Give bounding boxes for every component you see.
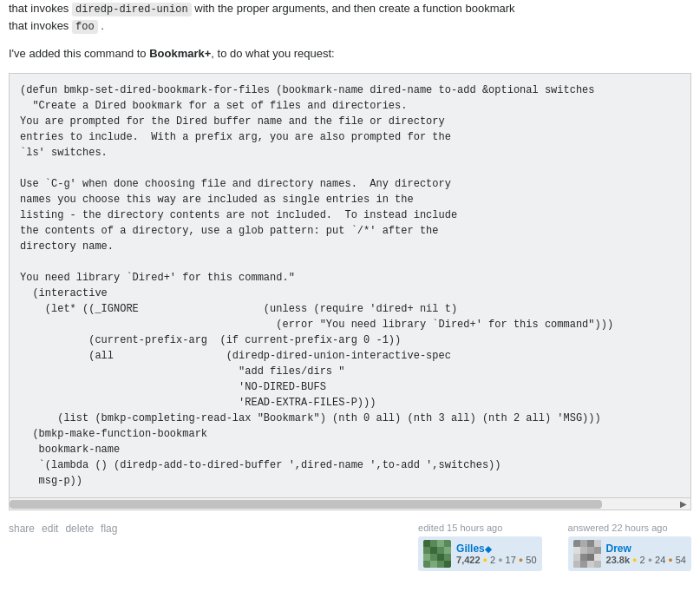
svg-rect-14 [573, 554, 580, 561]
drew-avatar [573, 540, 601, 568]
svg-rect-18 [573, 547, 580, 554]
gilles-avatar-img [423, 540, 451, 568]
svg-rect-17 [594, 561, 601, 568]
svg-rect-11 [587, 540, 594, 547]
flag-link[interactable]: flag [101, 523, 117, 535]
svg-rect-23 [580, 540, 587, 547]
intro-text-part3: that invokes [9, 19, 69, 32]
svg-rect-4 [444, 561, 451, 568]
action-links-group: share edit delete flag [9, 523, 117, 535]
svg-rect-24 [573, 561, 580, 568]
code-scroll-area[interactable]: (defun bmkp-set-dired-bookmark-for-files… [10, 74, 690, 497]
gilles-user-info: Gilles◆ 7,422 ● 2 ● 17 ● 50 [456, 543, 536, 565]
drew-avatar-svg [573, 540, 601, 568]
drew-rep: 23.8k ● 2 ● 24 ● 54 [606, 555, 686, 565]
svg-rect-22 [594, 554, 601, 561]
inline-code-1: diredp-dired-union [72, 3, 192, 16]
gilles-name-text: Gilles [456, 543, 485, 555]
svg-rect-6 [423, 554, 430, 561]
gilles-gold-dot: ● [483, 556, 487, 564]
edit-link[interactable]: edit [42, 523, 58, 535]
meta-right-group: edited 15 hours ago [418, 523, 691, 571]
svg-rect-12 [580, 547, 587, 554]
gilles-user-card: Gilles◆ 7,422 ● 2 ● 17 ● 50 [418, 536, 541, 571]
drew-silver-count: 24 [655, 555, 665, 565]
gilles-silver-dot: ● [498, 556, 502, 564]
drew-name[interactable]: Drew [606, 543, 686, 555]
svg-rect-16 [580, 561, 587, 568]
gilles-avatar-svg [423, 540, 451, 568]
scrollbar-thumb[interactable] [10, 500, 602, 509]
svg-rect-19 [594, 540, 601, 547]
svg-rect-15 [587, 554, 594, 561]
inline-code-2: foo [72, 20, 98, 34]
drew-bronze-dot: ● [668, 556, 672, 564]
intro-text-part4: . [101, 19, 104, 32]
svg-rect-5 [437, 540, 444, 547]
gilles-avatar [423, 540, 451, 568]
gilles-bronze-count: 50 [526, 555, 536, 565]
gilles-rep-score: 7,422 [456, 555, 481, 565]
intro-p2-bold: Bookmark+ [149, 47, 211, 60]
intro-text-part1: that invokes [9, 2, 69, 15]
page-wrapper: that invokes diredp-dired-union with the… [0, 0, 700, 605]
intro-paragraph-2: I've added this command to Bookmark+, to… [9, 45, 691, 62]
edited-time-label: edited 15 hours ago [418, 523, 502, 533]
gilles-bronze-dot: ● [519, 556, 523, 564]
intro-text-part2: with the proper arguments, and then crea… [194, 2, 514, 15]
drew-gold-count: 2 [640, 555, 645, 565]
drew-user-card: Drew 23.8k ● 2 ● 24 ● 54 [568, 536, 691, 571]
answered-time: 22 hours ago [612, 523, 667, 533]
svg-rect-1 [423, 540, 430, 547]
action-bar: share edit delete flag edited 15 hours a… [9, 519, 691, 575]
drew-user-info: Drew 23.8k ● 2 ● 24 ● 54 [606, 543, 686, 565]
gilles-name[interactable]: Gilles◆ [456, 543, 536, 555]
gilles-diamond: ◆ [485, 544, 492, 554]
code-content: (defun bmkp-set-dired-bookmark-for-files… [10, 74, 690, 497]
drew-rep-score: 23.8k [606, 555, 631, 565]
svg-rect-10 [573, 540, 580, 547]
intro-p2-part1: I've added this command to [9, 47, 149, 60]
gilles-gold-count: 2 [490, 555, 495, 565]
content-area: that invokes diredp-dired-union with the… [0, 0, 700, 583]
svg-rect-7 [444, 547, 451, 554]
answered-prefix: answered [568, 523, 610, 533]
svg-rect-13 [594, 547, 601, 554]
svg-rect-8 [430, 561, 437, 568]
drew-gold-dot: ● [632, 556, 637, 564]
drew-avatar-img [573, 540, 601, 568]
share-link[interactable]: share [9, 523, 35, 535]
edit-info-card: edited 15 hours ago [418, 523, 541, 571]
gilles-silver-count: 17 [506, 555, 516, 565]
drew-silver-dot: ● [648, 556, 652, 564]
intro-p2-part2: , to do what you request: [211, 47, 334, 60]
code-block-container: (defun bmkp-set-dired-bookmark-for-files… [9, 73, 691, 510]
horizontal-scrollbar[interactable]: ▶ [10, 497, 690, 510]
scroll-right-arrow[interactable]: ▶ [678, 499, 689, 510]
drew-bronze-count: 54 [676, 555, 686, 565]
svg-rect-3 [437, 554, 444, 561]
edited-time: 15 hours ago [447, 523, 502, 533]
svg-rect-2 [430, 547, 437, 554]
svg-rect-20 [580, 554, 587, 561]
svg-rect-21 [587, 561, 594, 568]
edited-prefix: edited [418, 523, 444, 533]
intro-paragraph-1: that invokes diredp-dired-union with the… [9, 0, 691, 35]
answered-time-label: answered 22 hours ago [568, 523, 668, 533]
answered-info-card: answered 22 hours ago [568, 523, 691, 571]
delete-link[interactable]: delete [65, 523, 94, 535]
gilles-rep: 7,422 ● 2 ● 17 ● 50 [456, 555, 536, 565]
